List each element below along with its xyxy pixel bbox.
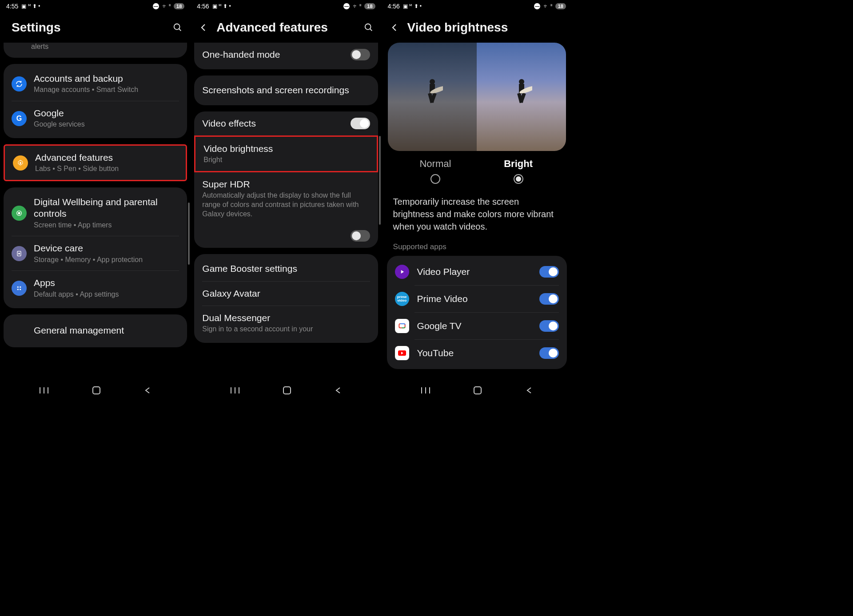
back-icon[interactable] <box>389 22 400 33</box>
home-button[interactable] <box>283 386 291 397</box>
item-title: Accounts and backup <box>34 73 179 84</box>
item-accounts-backup[interactable]: Accounts and backup Manage accounts • Sm… <box>4 67 187 101</box>
app-toggle[interactable] <box>539 320 559 332</box>
nav-bar <box>191 380 381 401</box>
radio-icon <box>430 174 440 184</box>
item-general-management[interactable]: General management <box>4 317 187 345</box>
item-video-effects[interactable]: Video effects <box>194 111 378 135</box>
back-button[interactable] <box>334 386 342 396</box>
item-super-hdr[interactable]: Super HDR Automatically adjust the displ… <box>194 172 378 248</box>
radio-normal[interactable]: Normal <box>394 158 477 186</box>
svg-point-0 <box>174 24 180 30</box>
home-button[interactable] <box>92 386 101 397</box>
header: Video brightness <box>382 12 572 43</box>
home-button[interactable] <box>473 386 482 397</box>
scrollbar-thumb[interactable] <box>379 136 381 225</box>
settings-list[interactable]: alerts Accounts and backup Manage accoun… <box>0 43 191 380</box>
screen-advanced-features: 4:56 ▣ ᴹ ⬆ • — ᯤ ᴵᴵ 18 Advanced features… <box>191 0 381 401</box>
radio-icon-selected <box>514 174 523 184</box>
video-player-icon <box>395 265 409 279</box>
app-toggle[interactable] <box>539 293 559 305</box>
battery-level: 18 <box>364 3 375 9</box>
page-title: Settings <box>7 20 165 35</box>
app-video-player[interactable]: Video Player <box>387 258 567 285</box>
nav-bar <box>0 380 191 401</box>
supported-apps-label: Supported apps <box>385 242 569 256</box>
svg-point-10 <box>20 289 21 290</box>
recents-button[interactable] <box>39 386 49 396</box>
item-advanced-features[interactable]: Advanced features Labs • S Pen • Side bu… <box>5 146 186 180</box>
svg-point-15 <box>365 24 371 30</box>
app-prime-video[interactable]: primevideo Prime Video <box>387 286 567 312</box>
battery-level: 18 <box>555 3 566 9</box>
svg-point-6 <box>19 253 20 254</box>
item-dual-messenger[interactable]: Dual Messenger Sign in to a second accou… <box>194 306 378 340</box>
svg-rect-33 <box>399 324 405 328</box>
search-icon[interactable] <box>363 22 375 33</box>
svg-point-8 <box>20 286 21 288</box>
svg-point-21 <box>430 79 435 84</box>
status-bar: 4:56 ▣ ᴹ ⬆ • — ᯤ ᴵᴵ 18 <box>382 0 572 12</box>
back-button[interactable] <box>143 386 151 396</box>
status-time: 4:56 <box>197 3 209 10</box>
svg-rect-14 <box>93 387 100 394</box>
svg-rect-38 <box>474 387 481 394</box>
back-button[interactable] <box>525 386 533 396</box>
svg-point-9 <box>17 289 19 290</box>
svg-point-7 <box>17 286 19 288</box>
status-network-icons: ᯤ ᴵᴵ <box>543 3 552 9</box>
back-icon[interactable] <box>198 22 209 33</box>
search-icon[interactable] <box>172 22 183 33</box>
status-time: 4:55 <box>6 3 18 10</box>
recents-button[interactable] <box>421 386 430 396</box>
brightness-radio-group: Normal Bright <box>385 155 569 193</box>
video-brightness-content[interactable]: Normal Bright Temporarily increase the s… <box>382 43 572 380</box>
apps-icon <box>12 281 27 296</box>
page-title: Video brightness <box>407 20 565 35</box>
item-apps[interactable]: Apps Default apps • App settings <box>4 271 187 305</box>
radio-bright[interactable]: Bright <box>477 158 560 186</box>
svg-point-2 <box>20 162 21 164</box>
wellbeing-icon <box>12 206 27 221</box>
screen-video-brightness: 4:56 ▣ ᴹ ⬆ • — ᯤ ᴵᴵ 18 Video brightness <box>382 0 572 401</box>
description-text: Temporarily increase the screen brightne… <box>385 193 569 242</box>
svg-line-16 <box>370 29 372 31</box>
advanced-list[interactable]: One-handed mode Screenshots and screen r… <box>191 43 381 380</box>
svg-point-4 <box>18 212 20 214</box>
scrollbar-thumb[interactable] <box>188 203 190 265</box>
super-hdr-toggle[interactable] <box>351 230 370 242</box>
item-screenshots[interactable]: Screenshots and screen recordings <box>194 78 378 102</box>
recents-button[interactable] <box>230 386 240 396</box>
item-google[interactable]: G Google Google services <box>4 101 187 135</box>
app-google-tv[interactable]: Google TV <box>387 313 567 339</box>
svg-rect-32 <box>399 324 405 328</box>
one-handed-toggle[interactable] <box>351 49 370 60</box>
app-toggle[interactable] <box>539 266 559 278</box>
item-device-care[interactable]: Device care Storage • Memory • App prote… <box>4 236 187 270</box>
dnd-icon: — <box>343 3 350 9</box>
svg-point-26 <box>519 79 524 84</box>
status-left-icons: ▣ ᴹ ⬆ • <box>21 3 40 9</box>
gear-icon <box>13 155 28 171</box>
sync-icon <box>12 76 27 91</box>
app-toggle[interactable] <box>539 347 559 359</box>
svg-rect-20 <box>283 387 291 394</box>
item-one-handed-mode[interactable]: One-handed mode <box>194 43 378 67</box>
status-time: 4:56 <box>388 3 400 10</box>
status-bar: 4:56 ▣ ᴹ ⬆ • — ᯤ ᴵᴵ 18 <box>191 0 381 12</box>
partial-prev-card: alerts <box>4 43 187 58</box>
video-effects-toggle[interactable] <box>351 118 370 129</box>
figure-bright <box>511 77 532 108</box>
status-left-icons: ▣ ᴹ ⬆ • <box>212 3 231 9</box>
item-game-booster[interactable]: Game Booster settings <box>194 257 378 281</box>
item-video-brightness[interactable]: Video brightness Bright <box>194 135 378 172</box>
figure-normal <box>422 77 443 108</box>
status-bar: 4:55 ▣ ᴹ ⬆ • — ᯤ ᴵᴵ 18 <box>0 0 191 12</box>
google-tv-icon <box>395 319 409 333</box>
nav-bar <box>382 380 572 401</box>
item-galaxy-avatar[interactable]: Galaxy Avatar <box>194 282 378 306</box>
device-care-icon <box>12 246 27 261</box>
preview-image <box>388 43 566 151</box>
app-youtube[interactable]: YouTube <box>387 340 567 366</box>
item-wellbeing[interactable]: Digital Wellbeing and parental controls … <box>4 190 187 236</box>
